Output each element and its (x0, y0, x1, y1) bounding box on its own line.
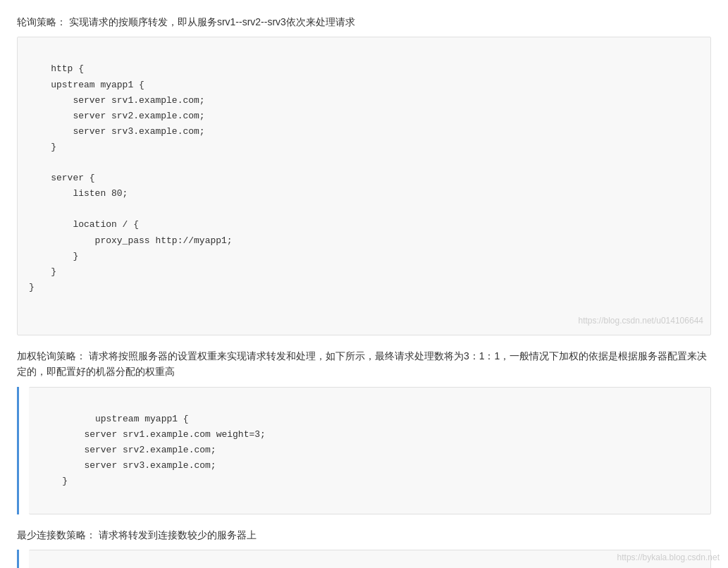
footer-watermark: https://bykala.blog.csdn.net (617, 552, 720, 562)
round-robin-code: http { upstream myapp1 { server srv1.exa… (17, 37, 711, 335)
least-conn-code: upstream myapp1 { least_conn; server srv… (29, 550, 711, 568)
least-conn-section: 最少连接数策略： 请求将转发到连接数较少的服务器上 upstream myapp… (17, 527, 711, 568)
least-conn-code-wrapper: upstream myapp1 { least_conn; server srv… (17, 550, 711, 568)
weighted-code-content: upstream myapp1 { server srv1.example.co… (40, 414, 266, 486)
weighted-code-wrapper: upstream myapp1 { server srv1.example.co… (17, 387, 711, 514)
round-robin-section: 轮询策略： 实现请求的按顺序转发，即从服务srv1--srv2--srv3依次来… (17, 14, 711, 335)
round-robin-title: 轮询策略： 实现请求的按顺序转发，即从服务srv1--srv2--srv3依次来… (17, 14, 711, 30)
code-content: http { upstream myapp1 { server srv1.exa… (29, 63, 233, 292)
code-watermark: https://blog.csdn.net/u014106644 (579, 314, 703, 328)
weighted-section: 加权轮询策略： 请求将按照服务器的设置权重来实现请求转发和处理，如下所示，最终请… (17, 348, 711, 514)
least-conn-title: 最少连接数策略： 请求将转发到连接数较少的服务器上 (17, 527, 711, 543)
weighted-code: upstream myapp1 { server srv1.example.co… (29, 387, 711, 514)
weighted-title: 加权轮询策略： 请求将按照服务器的设置权重来实现请求转发和处理，如下所示，最终请… (17, 348, 711, 380)
